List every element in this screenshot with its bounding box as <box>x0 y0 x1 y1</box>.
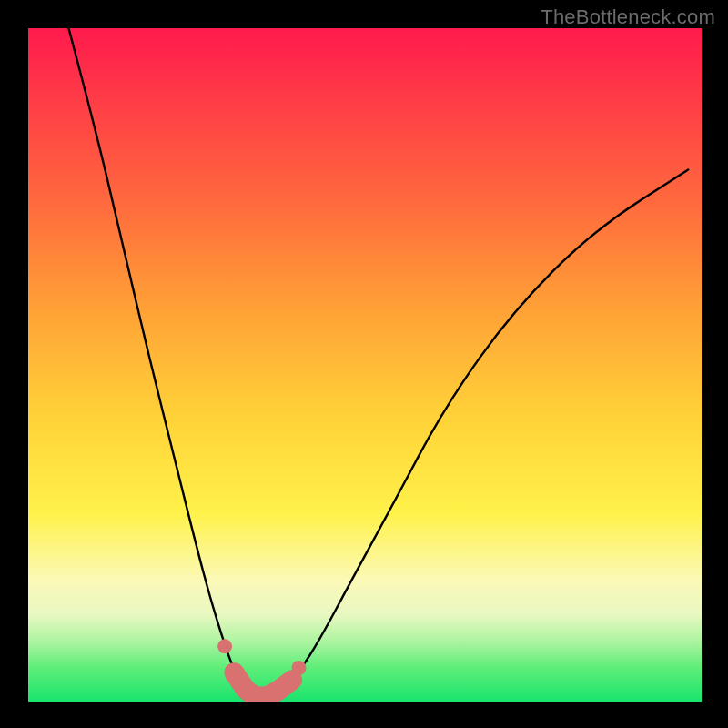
plot-area <box>28 28 702 702</box>
bottleneck-curve-svg <box>28 28 702 702</box>
chart-frame: TheBottleneck.com <box>0 0 728 728</box>
watermark-label: TheBottleneck.com <box>541 5 715 29</box>
marker-layer <box>217 639 306 697</box>
marker-sausage <box>234 672 292 697</box>
marker-dot-right <box>292 661 307 675</box>
marker-dot-left <box>217 639 232 653</box>
curve-layer <box>68 28 688 698</box>
bottleneck-curve <box>68 28 688 698</box>
